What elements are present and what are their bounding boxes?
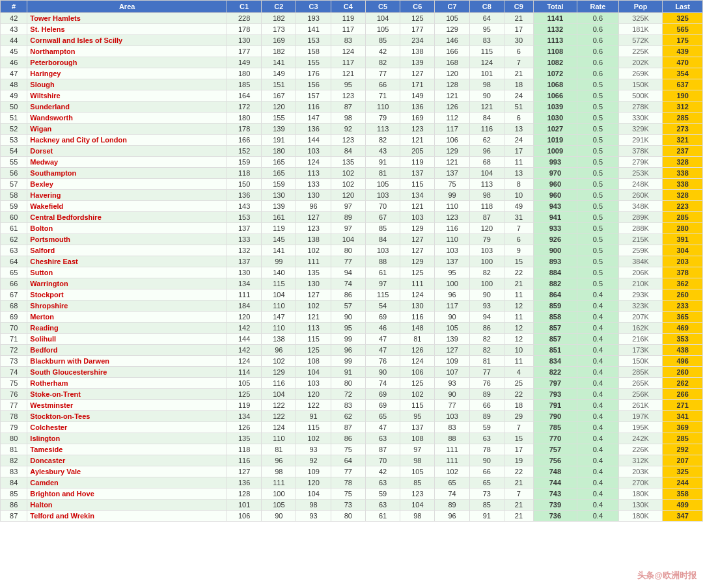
cell-area-name[interactable]: Stockton-on-Tees bbox=[27, 411, 227, 422]
cell-value: 115 bbox=[400, 179, 435, 190]
cell-area-name[interactable]: Portsmouth bbox=[27, 234, 227, 245]
table-row: 50Sunderland1721201168711013612612151103… bbox=[1, 101, 703, 113]
cell-value: 107 bbox=[435, 367, 469, 378]
table-row: 52Wigan178139136921131231171161310270.53… bbox=[1, 124, 703, 135]
cell-value: 90 bbox=[469, 90, 504, 101]
col-c8: C8 bbox=[469, 1, 504, 13]
cell-value: 135 bbox=[331, 157, 365, 168]
cell-value: 17 bbox=[504, 146, 533, 157]
table-body: 42Tower Hamlets2281821931191041251056421… bbox=[1, 13, 703, 522]
cell-last: 292 bbox=[663, 444, 703, 455]
cell-value: 110 bbox=[435, 201, 469, 212]
cell-area-name[interactable]: Havering bbox=[27, 190, 227, 201]
cell-area-name[interactable]: St. Helens bbox=[27, 24, 227, 35]
col-rank: # bbox=[1, 1, 27, 13]
cell-value: 109 bbox=[435, 356, 469, 367]
cell-population: 312K bbox=[618, 455, 663, 466]
cell-area-name[interactable]: Halton bbox=[27, 500, 227, 511]
cell-area-name[interactable]: South Gloucestershire bbox=[27, 367, 227, 378]
cell-area-name[interactable]: Stoke-on-Trent bbox=[27, 389, 227, 400]
table-row: 69Merton12014712190691169094118580.4207K… bbox=[1, 312, 703, 323]
cell-area-name[interactable]: Warrington bbox=[27, 278, 227, 289]
cell-area-name[interactable]: Aylesbury Vale bbox=[27, 466, 227, 477]
cell-population: 242K bbox=[618, 433, 663, 444]
cell-area-name[interactable]: Cornwall and Isles of Scilly bbox=[27, 35, 227, 46]
cell-last: 365 bbox=[663, 312, 703, 323]
cell-value: 178 bbox=[227, 124, 261, 135]
cell-value: 95 bbox=[331, 323, 365, 334]
cell-area-name[interactable]: Camden bbox=[27, 477, 227, 488]
table-row: 51Wandsworth180155147987916911284610300.… bbox=[1, 113, 703, 124]
cell-area-name[interactable]: Bedford bbox=[27, 345, 227, 356]
cell-area-name[interactable]: Wiltshire bbox=[27, 90, 227, 101]
cell-value: 115 bbox=[296, 422, 331, 433]
cell-value: 98 bbox=[469, 190, 504, 201]
cell-value: 63 bbox=[469, 433, 504, 444]
cell-total: 791 bbox=[533, 400, 577, 411]
table-row: 71Solihull14413811599478113982128570.421… bbox=[1, 334, 703, 345]
cell-total: 770 bbox=[533, 433, 577, 444]
cell-area-name[interactable]: Sutton bbox=[27, 267, 227, 278]
cell-area-name[interactable]: Brighton and Hove bbox=[27, 488, 227, 500]
cell-area-name[interactable]: Reading bbox=[27, 323, 227, 334]
cell-value: 98 bbox=[400, 455, 435, 466]
cell-area-name[interactable]: Slough bbox=[27, 79, 227, 90]
cell-last: 358 bbox=[663, 488, 703, 500]
cell-rate: 0.6 bbox=[577, 35, 618, 46]
cell-area-name[interactable]: Medway bbox=[27, 157, 227, 168]
cell-value: 102 bbox=[435, 466, 469, 477]
cell-value: 132 bbox=[227, 245, 261, 256]
cell-area-name[interactable]: Blackburn with Darwen bbox=[27, 356, 227, 367]
cell-area-name[interactable]: Salford bbox=[27, 245, 227, 256]
cell-area-name[interactable]: Rotherham bbox=[27, 378, 227, 389]
cell-area-name[interactable]: Wakefield bbox=[27, 201, 227, 212]
cell-total: 743 bbox=[533, 488, 577, 500]
cell-area-name[interactable]: Tower Hamlets bbox=[27, 13, 227, 24]
cell-value: 121 bbox=[331, 68, 365, 79]
cell-value: 133 bbox=[227, 234, 261, 245]
cell-area-name[interactable]: Cheshire East bbox=[27, 256, 227, 267]
cell-area-name[interactable]: Colchester bbox=[27, 422, 227, 433]
cell-area-name[interactable]: Merton bbox=[27, 312, 227, 323]
cell-value: 148 bbox=[400, 323, 435, 334]
cell-value: 104 bbox=[400, 500, 435, 511]
cell-value: 113 bbox=[296, 323, 331, 334]
cell-area-name[interactable]: Sunderland bbox=[27, 101, 227, 113]
cell-area-name[interactable]: Doncaster bbox=[27, 455, 227, 466]
cell-area-name[interactable]: Telford and Wrekin bbox=[27, 511, 227, 522]
cell-area-name[interactable]: Northampton bbox=[27, 46, 227, 57]
cell-area-name[interactable]: Solihull bbox=[27, 334, 227, 345]
table-row: 81Tameside118819375879711178177570.4226K… bbox=[1, 444, 703, 455]
cell-value: 120 bbox=[296, 389, 331, 400]
cell-value: 168 bbox=[435, 57, 469, 68]
cell-value: 182 bbox=[262, 46, 296, 57]
cell-rank: 82 bbox=[1, 455, 27, 466]
cell-area-name[interactable]: Central Bedfordshire bbox=[27, 212, 227, 223]
cell-area-name[interactable]: Shropshire bbox=[27, 301, 227, 312]
cell-population: 269K bbox=[618, 68, 663, 79]
cell-area-name[interactable]: Dorset bbox=[27, 146, 227, 157]
cell-area-name[interactable]: Bolton bbox=[27, 223, 227, 234]
cell-area-name[interactable]: Haringey bbox=[27, 68, 227, 79]
cell-area-name[interactable]: Westminster bbox=[27, 400, 227, 411]
cell-area-name[interactable]: Tameside bbox=[27, 444, 227, 455]
table-row: 73Blackburn with Darwen12410210899761241… bbox=[1, 356, 703, 367]
cell-area-name[interactable]: Southampton bbox=[27, 168, 227, 179]
cell-value: 85 bbox=[400, 477, 435, 488]
cell-rank: 84 bbox=[1, 477, 27, 488]
cell-total: 793 bbox=[533, 389, 577, 400]
cell-area-name[interactable]: Bexley bbox=[27, 179, 227, 190]
cell-value: 77 bbox=[435, 400, 469, 411]
cell-area-name[interactable]: Hackney and City of London bbox=[27, 135, 227, 146]
cell-value: 80 bbox=[331, 245, 365, 256]
cell-area-name[interactable]: Wandsworth bbox=[27, 113, 227, 124]
cell-area-name[interactable]: Peterborough bbox=[27, 57, 227, 68]
cell-area-name[interactable]: Wigan bbox=[27, 124, 227, 135]
cell-area-name[interactable]: Islington bbox=[27, 433, 227, 444]
cell-value: 119 bbox=[227, 400, 261, 411]
cell-total: 970 bbox=[533, 168, 577, 179]
cell-area-name[interactable]: Stockport bbox=[27, 289, 227, 301]
cell-last: 470 bbox=[663, 57, 703, 68]
cell-value: 96 bbox=[435, 289, 469, 301]
cell-value: 103 bbox=[469, 245, 504, 256]
